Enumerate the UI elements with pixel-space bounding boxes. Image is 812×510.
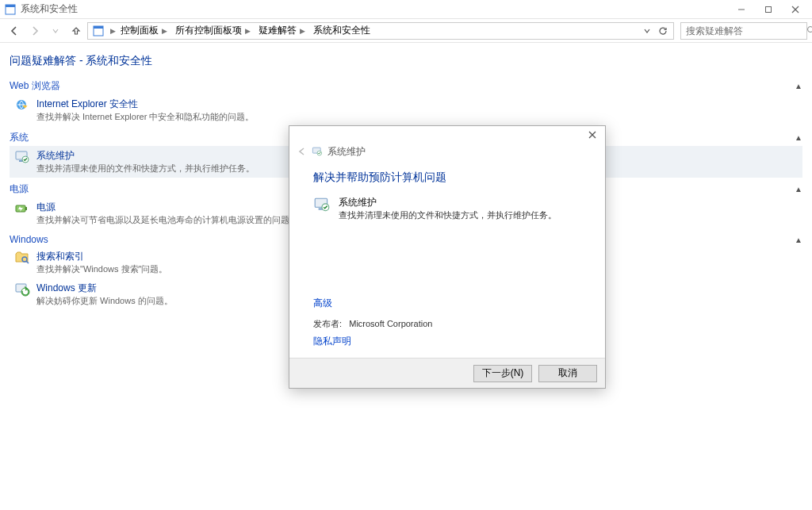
- svg-rect-1: [6, 5, 15, 7]
- section-title: Windows: [10, 234, 48, 245]
- item-desc: 查找并解决"Windows 搜索"问题。: [36, 263, 168, 275]
- item-label: 搜索和索引: [36, 250, 168, 263]
- collapse-icon: ▲: [795, 133, 802, 142]
- minimize-button[interactable]: [728, 2, 755, 17]
- address-bar[interactable]: ▶ 控制面板 ▶ 所有控制面板项 ▶ 疑难解答 ▶ 系统和安全性: [87, 22, 674, 40]
- power-icon: [14, 201, 30, 217]
- breadcrumb-label: 所有控制面板项: [175, 24, 242, 37]
- titlebar: 系统和安全性: [0, 0, 812, 19]
- breadcrumb-label: 控制面板: [121, 24, 159, 37]
- forward-button[interactable]: [25, 21, 44, 40]
- navbar: ▶ 控制面板 ▶ 所有控制面板项 ▶ 疑难解答 ▶ 系统和安全性: [0, 19, 812, 43]
- page-title: 问题疑难解答 - 系统和安全性: [10, 54, 802, 68]
- back-arrow-icon: [297, 147, 307, 156]
- dialog-crumb-label: 系统维护: [327, 145, 366, 159]
- item-desc: 查找并解决 Internet Explorer 中安全和隐私功能的问题。: [36, 111, 254, 123]
- item-desc: 解决妨碍你更新 Windows 的问题。: [36, 295, 173, 307]
- search-folder-icon: [14, 250, 30, 266]
- dialog-crumb-icon: [312, 146, 323, 157]
- item-label: Windows 更新: [36, 282, 173, 295]
- window-title: 系统和安全性: [21, 2, 78, 16]
- breadcrumb-item[interactable]: 所有控制面板项 ▶: [170, 23, 254, 39]
- section-title: 电源: [10, 182, 29, 196]
- refresh-button[interactable]: [656, 24, 670, 38]
- advanced-link[interactable]: 高级: [313, 297, 581, 310]
- address-icon: [91, 24, 105, 38]
- update-icon: [14, 282, 30, 297]
- dialog-item-label: 系统维护: [339, 196, 557, 209]
- search-input[interactable]: [684, 25, 806, 37]
- chevron-right-icon: ▶: [300, 27, 305, 35]
- dialog-breadcrumb: 系统维护: [289, 144, 605, 159]
- recent-dropdown[interactable]: [46, 21, 65, 40]
- privacy-link[interactable]: 隐私声明: [313, 335, 581, 348]
- svg-rect-3: [766, 6, 772, 12]
- dialog-item-desc: 查找并清理未使用的文件和快捷方式，并执行维护任务。: [339, 209, 557, 221]
- item-label: 系统维护: [36, 149, 255, 163]
- publisher-value: Microsoft Corporation: [349, 319, 432, 328]
- breadcrumb-item[interactable]: 系统和安全性: [308, 23, 373, 39]
- dialog-title: 解决并帮助预防计算机问题: [313, 171, 581, 185]
- search-icon[interactable]: [806, 25, 812, 36]
- item-label: 电源: [36, 201, 298, 214]
- ie-shield-icon: [14, 98, 30, 113]
- dialog-body: 解决并帮助预防计算机问题 系统维护 查找并清理未使用的文件和快捷方式，并执行维护…: [289, 159, 605, 358]
- collapse-icon: ▲: [795, 236, 802, 244]
- section-header-web[interactable]: Web 浏览器 ▲: [10, 79, 802, 93]
- item-desc: 查找并清理未使用的文件和快捷方式，并执行维护任务。: [36, 163, 255, 174]
- item-label: Internet Explorer 安全性: [36, 98, 254, 111]
- maintenance-icon: [14, 149, 30, 165]
- dialog-item: 系统维护 查找并清理未使用的文件和快捷方式，并执行维护任务。: [313, 196, 581, 221]
- chevron-right-icon: ▶: [245, 27, 251, 35]
- dialog-footer: 下一步(N) 取消: [289, 358, 605, 388]
- chevron-right-icon: ▶: [162, 27, 167, 35]
- svg-rect-7: [94, 26, 103, 29]
- item-desc: 查找并解决可节省电源以及延长电池寿命的计算机电源设置的问题。: [36, 214, 298, 226]
- up-button[interactable]: [67, 21, 86, 40]
- collapse-icon: ▲: [795, 82, 802, 90]
- dialog-titlebar: [289, 126, 605, 144]
- app-icon: [5, 4, 16, 15]
- cancel-button[interactable]: 取消: [538, 365, 597, 382]
- section-title: Web 浏览器: [10, 79, 60, 93]
- section-title: 系统: [10, 131, 29, 144]
- back-button[interactable]: [5, 21, 24, 40]
- window-controls: [728, 2, 809, 17]
- svg-rect-15: [25, 207, 27, 210]
- address-history-dropdown[interactable]: [640, 24, 654, 38]
- breadcrumb-label: 疑难解答: [259, 24, 297, 37]
- collapse-icon: ▲: [795, 185, 802, 194]
- troubleshoot-wizard-dialog: 系统维护 解决并帮助预防计算机问题 系统维护 查找并清理未使用的文件和快捷方式，…: [289, 125, 606, 389]
- search-box[interactable]: [680, 22, 807, 40]
- close-button[interactable]: [782, 2, 809, 17]
- maximize-button[interactable]: [755, 2, 782, 17]
- dialog-close-button[interactable]: [581, 128, 603, 142]
- breadcrumb-item[interactable]: 疑难解答 ▶: [254, 23, 308, 39]
- next-button[interactable]: 下一步(N): [473, 365, 532, 382]
- maintenance-icon: [313, 196, 331, 213]
- svg-line-17: [26, 261, 29, 263]
- publisher-label: 发布者:: [313, 319, 342, 328]
- breadcrumb-sep-icon: ▶: [110, 27, 116, 35]
- breadcrumb-label: 系统和安全性: [313, 24, 370, 37]
- breadcrumb-item[interactable]: 控制面板 ▶: [116, 23, 170, 39]
- item-ie-security[interactable]: Internet Explorer 安全性 查找并解决 Internet Exp…: [10, 94, 802, 126]
- svg-point-8: [808, 26, 813, 32]
- publisher-line: 发布者: Microsoft Corporation: [313, 318, 581, 330]
